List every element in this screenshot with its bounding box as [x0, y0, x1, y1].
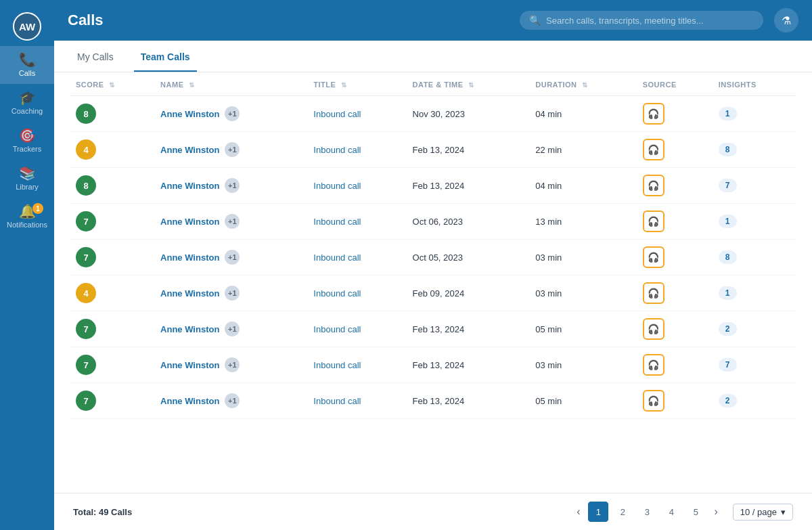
col-source: SOURCE	[637, 72, 713, 96]
sidebar: AW 📞 Calls 🎓 Coaching 🎯 Trackers 📚 Libra…	[0, 0, 54, 530]
caller-name: Anne Winston	[160, 217, 219, 227]
caller-name: Anne Winston	[160, 396, 219, 406]
col-datetime[interactable]: DATE & TIME ⇅	[407, 72, 531, 96]
table-row[interactable]: 8 Anne Winston +1 Inbound call Feb 13, 2…	[70, 168, 796, 204]
source-icon[interactable]: 🎧	[643, 354, 664, 376]
sidebar-item-notifications[interactable]: 1 🔔 Notifications	[0, 198, 54, 236]
caller-name: Anne Winston	[160, 360, 219, 370]
tab-team-calls[interactable]: Team Calls	[134, 41, 197, 72]
source-icon[interactable]: 🎧	[643, 175, 664, 196]
insights-badge: 2	[719, 322, 737, 336]
col-score[interactable]: SCORE ⇅	[70, 72, 155, 96]
caller-name: Anne Winston	[160, 109, 219, 119]
col-duration[interactable]: DURATION ⇅	[530, 72, 637, 96]
call-datetime: Oct 06, 2023	[413, 217, 463, 227]
table-row[interactable]: 7 Anne Winston +1 Inbound call Feb 13, 2…	[70, 311, 796, 347]
per-page-selector[interactable]: 10 / page ▾	[733, 504, 793, 521]
page-title: Calls	[68, 12, 509, 29]
source-icon[interactable]: 🎧	[643, 139, 664, 160]
calls-icon: 📞	[19, 53, 36, 66]
col-insights: INSIGHTS	[713, 72, 796, 96]
sidebar-item-trackers[interactable]: 🎯 Trackers	[0, 122, 54, 160]
insights-badge: 7	[719, 358, 737, 372]
next-page-button[interactable]: ›	[710, 503, 721, 521]
header: Calls 🔍 ⚗	[54, 0, 812, 41]
call-title: Inbound call	[313, 145, 361, 155]
chevron-down-icon: ▾	[781, 507, 786, 517]
page-3-button[interactable]: 3	[637, 502, 657, 522]
source-icon[interactable]: 🎧	[643, 246, 664, 268]
search-input[interactable]	[546, 16, 754, 26]
score-badge: 7	[76, 391, 96, 411]
call-title: Inbound call	[313, 396, 361, 406]
caller-name: Anne Winston	[160, 252, 219, 263]
source-icon[interactable]: 🎧	[643, 211, 664, 232]
col-title[interactable]: TITLE ⇅	[308, 72, 407, 96]
plus-badge: +1	[225, 250, 240, 265]
call-duration: 22 min	[535, 145, 562, 155]
sidebar-item-calls[interactable]: 📞 Calls	[0, 46, 54, 84]
score-badge: 8	[76, 104, 96, 124]
search-icon: 🔍	[529, 15, 541, 26]
call-title: Inbound call	[313, 109, 361, 119]
sidebar-item-library[interactable]: 📚 Library	[0, 160, 54, 198]
name-cell: Anne Winston +1	[160, 250, 302, 265]
sidebar-item-label: Library	[16, 183, 39, 191]
table-row[interactable]: 4 Anne Winston +1 Inbound call Feb 09, 2…	[70, 275, 796, 311]
main-area: Calls 🔍 ⚗ My Calls Team Calls SCORE ⇅	[54, 0, 812, 530]
insights-badge: 8	[719, 250, 737, 264]
source-icon[interactable]: 🎧	[643, 103, 664, 125]
filter-button[interactable]: ⚗	[774, 8, 798, 32]
table-row[interactable]: 7 Anne Winston +1 Inbound call Oct 06, 2…	[70, 204, 796, 240]
coaching-icon: 🎓	[19, 91, 36, 104]
call-title: Inbound call	[313, 217, 361, 227]
user-avatar[interactable]: AW	[13, 12, 41, 41]
plus-badge: +1	[225, 106, 240, 121]
page-4-button[interactable]: 4	[661, 502, 681, 522]
table-row[interactable]: 7 Anne Winston +1 Inbound call Oct 05, 2…	[70, 240, 796, 275]
table-row[interactable]: 7 Anne Winston +1 Inbound call Feb 13, 2…	[70, 347, 796, 383]
call-duration: 05 min	[535, 396, 562, 406]
call-duration: 03 min	[535, 252, 562, 263]
source-icon[interactable]: 🎧	[643, 282, 664, 304]
sidebar-item-coaching[interactable]: 🎓 Coaching	[0, 84, 54, 122]
col-name[interactable]: NAME ⇅	[155, 72, 308, 96]
call-datetime: Nov 30, 2023	[413, 109, 465, 119]
pagination: ‹ 1 2 3 4 5 › 10 / page ▾	[572, 502, 793, 522]
name-cell: Anne Winston +1	[160, 393, 302, 408]
prev-page-button[interactable]: ‹	[572, 503, 584, 521]
page-5-button[interactable]: 5	[685, 502, 706, 522]
plus-badge: +1	[225, 178, 240, 193]
sort-name-icon: ⇅	[189, 81, 195, 89]
plus-badge: +1	[225, 393, 240, 408]
library-icon: 📚	[19, 167, 36, 180]
table-row[interactable]: 4 Anne Winston +1 Inbound call Feb 13, 2…	[70, 132, 796, 168]
page-2-button[interactable]: 2	[612, 502, 633, 522]
calls-table: SCORE ⇅ NAME ⇅ TITLE ⇅ DATE & TIME	[70, 72, 796, 419]
insights-badge: 1	[719, 215, 737, 228]
name-cell: Anne Winston +1	[160, 178, 302, 193]
table-row[interactable]: 8 Anne Winston +1 Inbound call Nov 30, 2…	[70, 96, 796, 132]
sort-datetime-icon: ⇅	[468, 81, 474, 89]
page-1-button[interactable]: 1	[588, 502, 608, 522]
call-title: Inbound call	[313, 252, 361, 263]
sidebar-item-label: Calls	[19, 69, 35, 77]
sort-duration-icon: ⇅	[582, 81, 588, 89]
call-datetime: Feb 13, 2024	[413, 324, 465, 334]
name-cell: Anne Winston +1	[160, 214, 302, 229]
name-cell: Anne Winston +1	[160, 357, 302, 372]
table-row[interactable]: 7 Anne Winston +1 Inbound call Feb 13, 2…	[70, 383, 796, 419]
trackers-icon: 🎯	[19, 129, 36, 142]
total-count: Total: 49 Calls	[73, 507, 132, 517]
tab-my-calls[interactable]: My Calls	[70, 41, 120, 72]
name-cell: Anne Winston +1	[160, 286, 302, 301]
caller-name: Anne Winston	[160, 181, 219, 191]
source-icon[interactable]: 🎧	[643, 390, 664, 412]
insights-badge: 8	[719, 143, 737, 156]
plus-badge: +1	[225, 322, 240, 336]
call-title: Inbound call	[313, 360, 361, 370]
source-icon[interactable]: 🎧	[643, 318, 664, 340]
name-cell: Anne Winston +1	[160, 106, 302, 121]
caller-name: Anne Winston	[160, 145, 219, 155]
insights-badge: 2	[719, 394, 737, 407]
